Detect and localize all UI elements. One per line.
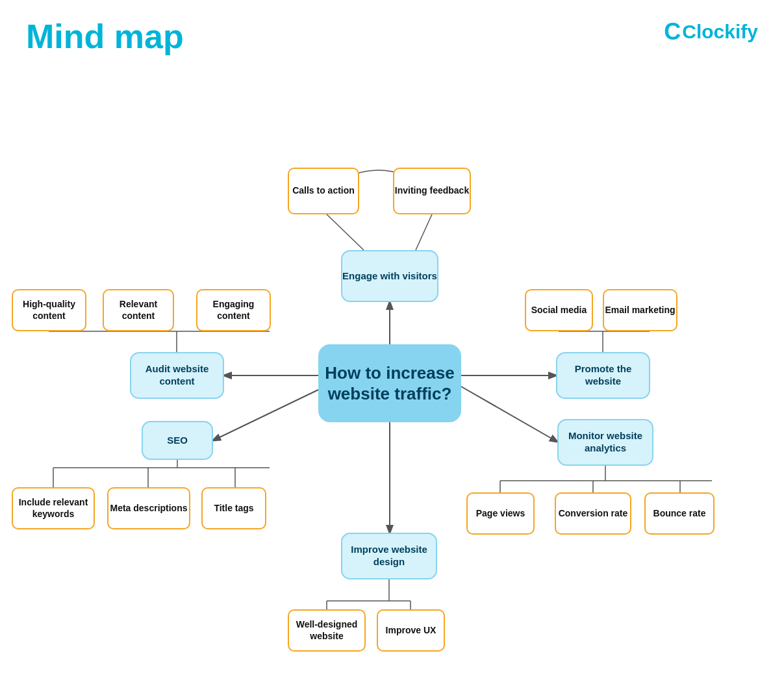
improve-label: Improve website design (342, 544, 436, 568)
pageviews-node: Page views (466, 492, 535, 535)
conversion-label: Conversion rate (559, 508, 628, 520)
clockify-logo: C Clockify (664, 18, 758, 45)
svg-line-16 (461, 387, 557, 442)
calls-node: Calls to action (288, 168, 359, 214)
relevant-label: Relevant content (104, 299, 173, 322)
email-node: Email marketing (603, 289, 677, 331)
social-node: Social media (525, 289, 593, 331)
engage-label: Engage with visitors (342, 270, 437, 283)
seo-node: SEO (142, 421, 213, 460)
welldesigned-label: Well-designed website (289, 619, 364, 642)
relevant-node: Relevant content (103, 289, 174, 331)
welldesigned-node: Well-designed website (288, 609, 366, 652)
improveUX-label: Improve UX (386, 625, 436, 637)
monitor-node: Monitor website analytics (557, 419, 653, 466)
engaging-label: Engaging content (197, 299, 270, 322)
svg-line-2 (416, 214, 432, 250)
engage-node: Engage with visitors (341, 250, 438, 302)
conversion-node: Conversion rate (555, 492, 631, 535)
inviting-label: Inviting feedback (395, 185, 469, 197)
pageviews-label: Page views (476, 508, 525, 520)
keywords-label: Include relevant keywords (13, 497, 94, 520)
monitor-label: Monitor website analytics (559, 430, 652, 455)
title-tags-label: Title tags (214, 503, 253, 514)
clockify-c-icon: C (664, 18, 681, 45)
svg-line-4 (213, 390, 318, 440)
hq-node: High-quality content (12, 289, 86, 331)
audit-label: Audit website content (131, 363, 223, 388)
improveUX-node: Improve UX (377, 609, 445, 652)
calls-label: Calls to action (292, 185, 355, 197)
keywords-node: Include relevant keywords (12, 487, 95, 529)
improve-node: Improve website design (341, 533, 437, 579)
promote-label: Promote the website (557, 363, 649, 388)
social-label: Social media (531, 305, 587, 316)
svg-line-1 (327, 214, 364, 250)
clockify-text: Clockify (682, 21, 758, 43)
email-label: Email marketing (605, 305, 675, 316)
seo-label: SEO (167, 435, 188, 447)
meta-label: Meta descriptions (110, 503, 187, 514)
bounce-node: Bounce rate (644, 492, 714, 535)
audit-node: Audit website content (130, 352, 224, 399)
meta-node: Meta descriptions (107, 487, 190, 529)
title-tags-node: Title tags (201, 487, 266, 529)
center-node: How to increase website traffic? (318, 344, 461, 422)
bounce-label: Bounce rate (653, 508, 706, 520)
promote-node: Promote the website (556, 352, 650, 399)
hq-label: High-quality content (13, 299, 85, 322)
center-label: How to increase website traffic? (320, 362, 459, 405)
inviting-node: Inviting feedback (393, 168, 471, 214)
engaging-node: Engaging content (196, 289, 271, 331)
